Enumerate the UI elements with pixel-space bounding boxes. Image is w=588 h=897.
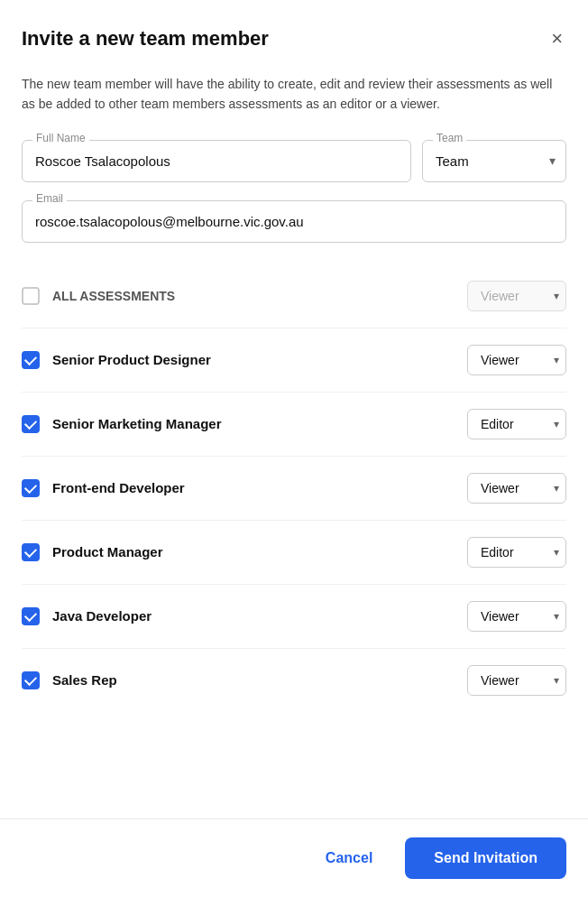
assessment-name-4: Product Manager [52, 544, 163, 559]
email-label: Email [32, 192, 67, 205]
email-input[interactable] [22, 200, 566, 243]
all-assessments-row: ALL ASSESSMENTS Viewer Editor ▾ [22, 264, 566, 328]
all-assessments-left: ALL ASSESSMENTS [22, 287, 175, 305]
assessment-left-5: Java Developer [22, 607, 152, 625]
assessment-row-5: Java Developer Viewer Editor ▾ [22, 585, 566, 649]
assessment-role-select-4[interactable]: Viewer Editor [467, 537, 566, 568]
assessment-checkbox-3[interactable] [22, 479, 40, 497]
assessment-left-1: Senior Product Designer [22, 351, 211, 369]
assessment-role-wrapper-5: Viewer Editor ▾ [467, 601, 566, 632]
close-button[interactable]: × [547, 25, 566, 52]
assessment-role-select-2[interactable]: Viewer Editor [467, 409, 566, 439]
assessment-checkbox-4[interactable] [22, 543, 40, 561]
team-label: Team [433, 132, 466, 144]
assessment-name-6: Sales Rep [52, 672, 117, 688]
assessment-role-wrapper-6: Viewer Editor ▾ [467, 665, 566, 696]
assessment-name-2: Senior Marketing Manager [52, 416, 222, 431]
name-team-row: Full Name Team Team Engineering Design M… [22, 140, 566, 182]
full-name-label: Full Name [32, 132, 89, 144]
assessment-name-3: Front-end Developer [52, 480, 185, 495]
assessment-list: ALL ASSESSMENTS Viewer Editor ▾ Senior P… [22, 264, 566, 712]
all-assessments-checkbox[interactable] [22, 287, 40, 305]
assessment-row-6: Sales Rep Viewer Editor ▾ [22, 649, 566, 712]
assessment-role-wrapper-1: Viewer Editor ▾ [467, 345, 566, 375]
full-name-field: Full Name [22, 140, 411, 182]
assessment-role-wrapper-4: Viewer Editor ▾ [467, 537, 566, 568]
all-assessments-label: ALL ASSESSMENTS [52, 289, 175, 303]
team-select[interactable]: Team Engineering Design Marketing [422, 140, 566, 182]
modal-footer: Cancel Send Invitation [0, 818, 588, 897]
full-name-input[interactable] [22, 140, 411, 182]
assessment-row-1: Senior Product Designer Viewer Editor ▾ [22, 328, 566, 393]
assessment-role-select-6[interactable]: Viewer Editor [467, 665, 566, 696]
assessment-row-3: Front-end Developer Viewer Editor ▾ [22, 457, 566, 521]
assessment-left-2: Senior Marketing Manager [22, 415, 222, 433]
assessment-left-3: Front-end Developer [22, 479, 185, 497]
assessment-name-5: Java Developer [52, 608, 152, 624]
send-invitation-button[interactable]: Send Invitation [405, 837, 566, 879]
assessment-left-4: Product Manager [22, 543, 163, 561]
invite-modal: Invite a new team member × The new team … [0, 0, 588, 897]
assessment-checkbox-2[interactable] [22, 415, 40, 433]
assessment-role-wrapper-2: Viewer Editor ▾ [467, 409, 566, 439]
close-icon: × [551, 27, 563, 50]
modal-title: Invite a new team member [22, 27, 269, 51]
cancel-button[interactable]: Cancel [308, 839, 390, 877]
assessment-role-select-1[interactable]: Viewer Editor [467, 345, 566, 375]
modal-header: Invite a new team member × [0, 0, 588, 67]
assessment-role-select-5[interactable]: Viewer Editor [467, 601, 566, 632]
description-text: The new team member will have the abilit… [22, 67, 566, 115]
modal-body: The new team member will have the abilit… [0, 67, 588, 818]
assessment-checkbox-1[interactable] [22, 351, 40, 369]
assessment-role-select-3[interactable]: Viewer Editor [467, 473, 566, 504]
assessment-checkbox-5[interactable] [22, 607, 40, 625]
all-assessments-role-select[interactable]: Viewer Editor [467, 281, 566, 311]
assessment-row-2: Senior Marketing Manager Viewer Editor ▾ [22, 393, 566, 457]
assessment-checkbox-6[interactable] [22, 671, 40, 689]
assessment-row-4: Product Manager Viewer Editor ▾ [22, 521, 566, 585]
email-field: Email [22, 200, 566, 243]
team-field: Team Team Engineering Design Marketing ▾ [422, 140, 566, 182]
assessment-name-1: Senior Product Designer [52, 352, 211, 367]
assessment-left-6: Sales Rep [22, 671, 117, 689]
assessment-role-wrapper-3: Viewer Editor ▾ [467, 473, 566, 504]
all-assessments-role-wrapper: Viewer Editor ▾ [467, 281, 566, 311]
